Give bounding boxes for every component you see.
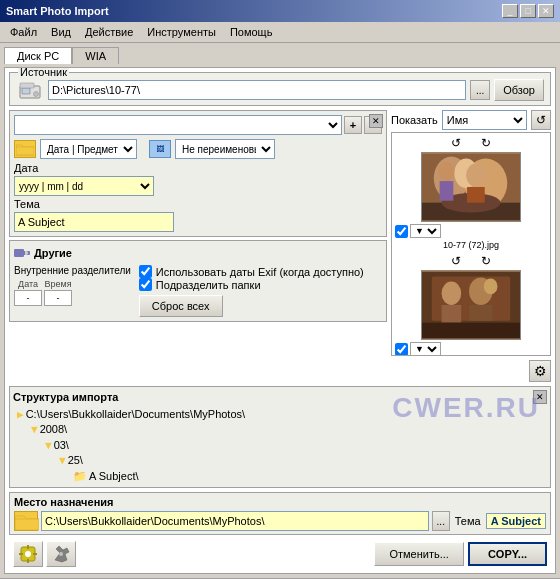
rotate-right-2[interactable]: ↻: [481, 254, 491, 268]
time-sep-input[interactable]: [44, 290, 72, 306]
disk-icon: [16, 79, 44, 101]
source-ellipsis-button[interactable]: ...: [470, 80, 490, 100]
tree-path-2008: 2008\: [40, 422, 68, 437]
date-format-select[interactable]: yyyy | mm | dd: [14, 176, 154, 196]
thumb-name-1: 10-77 (72).jpg: [443, 240, 499, 250]
left-column: ✕ + -: [9, 110, 387, 382]
subfolders-label: Подразделить папки: [156, 279, 261, 291]
tree-folder-icon-2008: ▼: [31, 422, 38, 437]
rotate-right-1[interactable]: ↻: [481, 136, 491, 150]
menu-view[interactable]: Вид: [45, 24, 77, 40]
dest-path-input[interactable]: [41, 511, 429, 531]
tree-row-25: ▼ 25\: [59, 453, 547, 468]
title-buttons: _ □ ✕: [502, 4, 554, 18]
action-row: Отменить... COPY...: [9, 539, 551, 569]
subject-input[interactable]: [14, 212, 174, 232]
show-label: Показать: [391, 114, 438, 126]
sep-label: Внутренние разделители: [14, 265, 131, 276]
svg-rect-33: [33, 553, 37, 555]
tree-path-subject: A Subject\: [89, 469, 139, 484]
other-header: Другие: [14, 245, 382, 261]
menu-bar: Файл Вид Действие Инструменты Помощь: [0, 22, 560, 43]
cancel-button[interactable]: Отменить...: [374, 542, 463, 566]
copy-button[interactable]: COPY...: [468, 542, 547, 566]
menu-tools[interactable]: Инструменты: [141, 24, 222, 40]
import-settings-close[interactable]: ✕: [369, 114, 383, 128]
tree-row-03: ▼ 03\: [45, 438, 547, 453]
subfolders-checkbox-row: Подразделить папки: [139, 278, 382, 291]
tree-25-children: 📁 A Subject\: [59, 469, 547, 484]
files-select[interactable]: Не переименовые: [175, 139, 275, 159]
subfolders-checkbox[interactable]: [139, 278, 152, 291]
thumb-checkbox-1[interactable]: [395, 225, 408, 238]
browse-button[interactable]: Обзор: [494, 79, 544, 101]
date-sub-label: Дата: [18, 279, 38, 289]
structure-close-button[interactable]: ✕: [533, 390, 547, 404]
tree-row-root: ▶ C:\Users\Bukkollaider\Documents\MyPhot…: [17, 407, 547, 422]
close-button[interactable]: ✕: [538, 4, 554, 18]
svg-rect-22: [442, 305, 462, 323]
tree-folder-icon-root: ▶: [17, 407, 24, 422]
thumb-image-2: [421, 270, 521, 340]
tab-disk-pc[interactable]: Диск PC: [4, 47, 72, 64]
svg-point-26: [484, 279, 498, 295]
svg-point-2: [34, 92, 39, 97]
structure-title: Структура импорта: [13, 391, 118, 403]
menu-help[interactable]: Помощь: [224, 24, 279, 40]
tab-wia[interactable]: WIA: [72, 47, 119, 64]
svg-point-17: [466, 163, 486, 187]
content-area: Источник ... Обзор: [4, 67, 556, 574]
settings-action-button[interactable]: [13, 541, 43, 567]
action-left-buttons: [13, 541, 76, 567]
exif-checkbox-row: Использовать даты Exif (когда доступно): [139, 265, 382, 278]
menu-action[interactable]: Действие: [79, 24, 139, 40]
subject-row: Тема: [14, 198, 382, 232]
source-path-input[interactable]: [48, 80, 466, 100]
date-sep-input[interactable]: [14, 290, 42, 306]
thumb-check-row-2: ▼: [395, 342, 547, 356]
reset-button[interactable]: Сброс всех: [139, 295, 223, 317]
tree-folder-icon-subject: 📁: [73, 469, 87, 484]
thumb-folder-select-1[interactable]: ▼: [410, 224, 441, 238]
gear-button[interactable]: ⚙: [529, 360, 551, 382]
svg-rect-24: [469, 305, 493, 321]
thumb-checkbox-2[interactable]: [395, 343, 408, 356]
svg-rect-8: [23, 251, 25, 255]
thumb-image-1: [421, 152, 521, 222]
dest-ellipsis-button[interactable]: ...: [432, 511, 450, 531]
refresh-button[interactable]: ↺: [531, 110, 551, 130]
time-sub-label: Время: [44, 279, 71, 289]
minimize-button[interactable]: _: [502, 4, 518, 18]
destination-section: Место назначения ... Тема A Subject: [9, 492, 551, 535]
files-icon: 🖼: [149, 140, 171, 158]
thumb-controls-2: ↺ ↻: [451, 254, 491, 268]
rotate-left-1[interactable]: ↺: [451, 136, 461, 150]
folders-select[interactable]: Дата | Предмет: [40, 139, 137, 159]
main-container: Диск PC WIA Источник ... Обзор: [0, 43, 560, 578]
tree-2008-children: ▼ 03\ ▼ 25\ 📁 A Subject\: [31, 438, 547, 484]
thumbnail-item-2: ↺ ↻: [395, 254, 547, 356]
exif-label: Использовать даты Exif (когда доступно): [156, 266, 364, 278]
add-setting-button[interactable]: +: [344, 116, 362, 134]
date-label: Дата: [14, 162, 382, 174]
title-bar: Smart Photo Import _ □ ✕: [0, 0, 560, 22]
tree-path-25: 25\: [68, 453, 83, 468]
tree-row-subject: 📁 A Subject\: [73, 469, 547, 484]
settings-dropdown[interactable]: [14, 115, 342, 135]
structure-section: Структура импорта ✕ ▶ C:\Users\Bukkollai…: [9, 386, 551, 488]
rotate-left-2[interactable]: ↺: [451, 254, 461, 268]
menu-file[interactable]: Файл: [4, 24, 43, 40]
import-settings-box: ✕ + -: [9, 110, 387, 237]
thumb-folder-select-2[interactable]: ▼: [410, 342, 441, 356]
svg-point-21: [442, 281, 462, 305]
tools-action-button[interactable]: [46, 541, 76, 567]
other-section: Другие Внутренние разделители Дата: [9, 240, 387, 322]
tree-row-2008: ▼ 2008\: [31, 422, 547, 437]
tree-view: ▶ C:\Users\Bukkollaider\Documents\MyPhot…: [13, 407, 547, 484]
maximize-button[interactable]: □: [520, 4, 536, 18]
show-select[interactable]: Имя: [442, 110, 527, 130]
tree-folder-icon-25: ▼: [59, 453, 66, 468]
subject-label: Тема: [14, 198, 382, 210]
exif-checkbox[interactable]: [139, 265, 152, 278]
source-section: Источник ... Обзор: [9, 72, 551, 106]
